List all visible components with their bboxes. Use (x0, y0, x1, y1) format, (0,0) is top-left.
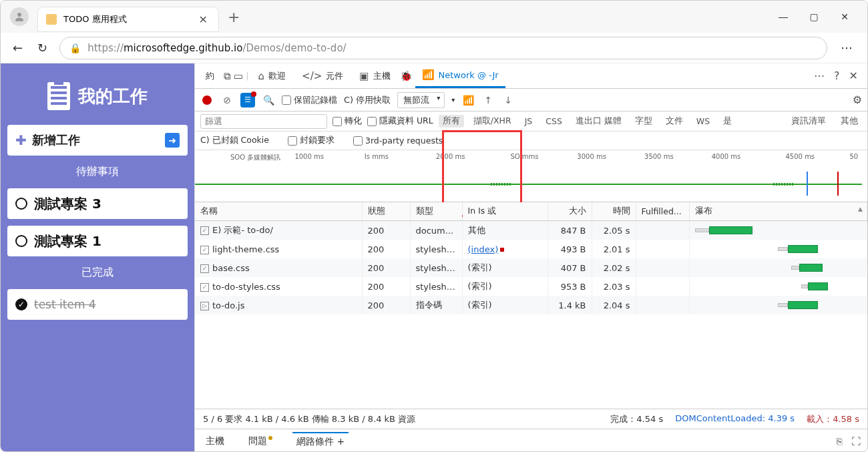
filter-input[interactable] (200, 114, 327, 129)
filter-bar: 轉化 隱藏資料 URL 所有 擷取/XHR JS CSS 進出口 媒體 字型 文… (195, 111, 867, 132)
todo-item[interactable]: 測試專案 3 (7, 188, 188, 219)
filter-font[interactable]: 字型 (631, 116, 656, 127)
network-table[interactable]: 名稱 狀態 類型 In Is 或 大小 時間 Fulfilled... 瀑布 ✓… (195, 202, 867, 409)
tab-about[interactable]: 約 (199, 63, 221, 88)
status-finish: 完成：4.54 s (610, 413, 663, 425)
window-minimize-icon[interactable]: ― (775, 11, 791, 22)
add-task-input[interactable]: ✚ 新增工作 ➜ (7, 125, 188, 156)
checkbox-icon[interactable] (15, 235, 27, 247)
tab-favicon (46, 14, 57, 25)
load-marker (837, 172, 839, 196)
drawer-issues[interactable]: 問題 (244, 433, 276, 450)
preserve-log-checkbox[interactable]: 保留記錄檔 (282, 94, 337, 106)
col-fulfilled[interactable]: Fulfilled... (636, 202, 689, 221)
filter-css[interactable]: CSS (541, 116, 566, 126)
network-timeline[interactable]: SOO 多媒體解訊 1000 ms Is mms 2000 ms SO mms … (195, 150, 867, 202)
drawer-host[interactable]: 主機 (202, 433, 228, 450)
invert-checkbox[interactable]: 轉化 (333, 116, 362, 127)
device-icon[interactable]: ▭ (234, 70, 243, 82)
url-input[interactable]: 🔒 https://microsoftedge.github.io/Demos/… (59, 37, 827, 59)
profile-avatar[interactable] (10, 7, 29, 26)
filter-manifest[interactable]: 資訊清單 (787, 116, 830, 127)
url-text: https://microsoftedge.github.io/Demos/de… (87, 42, 346, 54)
done-header: 已完成 (7, 263, 188, 282)
network-toolbar: ⊘ ☰ 🔍 保留記錄檔 C) 停用快取 無節流 ▾ 📶 ↑ ↓ ⚙ (195, 89, 867, 111)
third-party-checkbox[interactable]: 3rd-party requests (353, 136, 443, 146)
done-item[interactable]: ✓ test item 4 (7, 289, 188, 320)
tab-close-icon[interactable]: ✕ (196, 12, 210, 27)
block-requests-checkbox[interactable]: 封鎖要求 (288, 135, 335, 146)
drawer-dock-icon[interactable]: ⎘ (837, 436, 842, 447)
submit-task-button[interactable]: ➜ (165, 133, 180, 148)
tab-network[interactable]: 📶Network @ -Jr (415, 63, 505, 88)
drawer-expand-icon[interactable]: ⛶ (851, 436, 861, 447)
download-icon[interactable]: ↓ (501, 93, 515, 107)
table-row[interactable]: ✓light-theme.css 200 styleshe... (index)… (195, 240, 867, 258)
tab-elements[interactable]: </>元件 (295, 63, 350, 88)
todo-app: 我的工作 ✚ 新增工作 ➜ 待辦事項 測試專案 3 測試專案 1 已完成 ✓ t… (1, 63, 194, 452)
todo-item[interactable]: 測試專案 1 (7, 226, 188, 256)
settings-icon[interactable]: ⚙ (853, 93, 862, 106)
browser-tab[interactable]: TODO 應用程式 ✕ (38, 7, 218, 31)
filter-js[interactable]: JS (521, 116, 537, 126)
browser-menu-icon[interactable]: ⋯ (837, 41, 858, 55)
bug-icon[interactable]: 🐞 (400, 70, 413, 82)
home-icon: ⌂ (258, 70, 265, 82)
more-tabs-icon[interactable]: ⋯ (814, 69, 825, 82)
filter-img[interactable]: 進出口 媒體 (572, 116, 626, 127)
filter-doc[interactable]: 文件 (662, 116, 687, 127)
inspect-icon[interactable]: ⧉ (224, 70, 231, 82)
window-maximize-icon[interactable]: ▢ (806, 11, 822, 22)
drawer-network-conditions[interactable]: 網路條件 + (292, 432, 349, 451)
network-status-bar: 5 / 6 要求 4.1 kB / 4.6 kB 傳輸 8.3 kB / 8.4… (195, 409, 867, 429)
search-icon[interactable]: 🔍 (262, 93, 275, 107)
wifi-conditions-icon[interactable]: 📶 (461, 93, 475, 107)
filter-wasm[interactable]: 是 (719, 116, 736, 127)
status-load: 載入：4.58 s (807, 413, 859, 425)
help-icon[interactable]: ? (834, 69, 840, 82)
col-type[interactable]: 類型 (410, 202, 462, 221)
status-summary: 5 / 6 要求 4.1 kB / 4.6 kB 傳輸 8.3 kB / 8.4… (203, 413, 415, 425)
checked-icon[interactable]: ✓ (15, 298, 27, 310)
disable-cache-label[interactable]: C) 停用快取 (344, 94, 391, 106)
dcl-marker (807, 172, 808, 196)
table-row[interactable]: ✓E) 示範- to-do/ 200 docum... 其他 847 B 2.0… (195, 221, 867, 240)
checkbox-icon[interactable] (15, 198, 27, 210)
filter-other[interactable]: 其他 (837, 116, 862, 127)
back-button[interactable]: ← (10, 38, 25, 57)
col-size[interactable]: 大小 (548, 202, 592, 221)
col-waterfall[interactable]: 瀑布 (689, 202, 867, 221)
tab-welcome[interactable]: ⌂歡迎 (252, 63, 293, 88)
console-icon: ▣ (359, 70, 369, 82)
col-initiator[interactable]: In Is 或 (462, 202, 548, 221)
tab-host[interactable]: ▣主機 (353, 63, 397, 88)
table-row[interactable]: ✓to-do-styles.css 200 styleshe... (索引) 9… (195, 277, 867, 296)
add-task-label: 新增工作 (32, 132, 80, 148)
blocked-cookies[interactable]: C) 已封鎖 Cookie (200, 135, 269, 146)
hide-data-urls-checkbox[interactable]: 隱藏資料 URL (367, 116, 433, 127)
col-name[interactable]: 名稱 (195, 202, 362, 221)
close-devtools-icon[interactable]: ✕ (849, 69, 858, 82)
timeline-bar (195, 184, 862, 185)
filter-fetch[interactable]: 擷取/XHR (469, 116, 515, 127)
window-close-icon[interactable]: ✕ (837, 11, 853, 22)
pending-header: 待辦事項 (7, 162, 188, 182)
new-tab-button[interactable]: + (218, 9, 249, 25)
status-dcl: DOMContentLoaded: 4.39 s (675, 413, 795, 425)
col-status[interactable]: 狀態 (362, 202, 410, 221)
lock-icon: 🔒 (69, 43, 81, 53)
upload-icon[interactable]: ↑ (481, 93, 495, 107)
code-icon: </> (302, 70, 322, 82)
table-row[interactable]: ▷to-do.js 200 指令碼 (索引) 1.4 kB 2.04 s (195, 296, 867, 314)
cookie-filter-row: C) 已封鎖 Cookie 封鎖要求 3rd-party requests (195, 132, 867, 150)
clear-button[interactable]: ⊘ (220, 93, 234, 107)
refresh-button[interactable]: ↻ (35, 38, 50, 57)
filter-toggle[interactable]: ☰ (240, 93, 255, 107)
record-button[interactable] (200, 93, 214, 107)
filter-all[interactable]: 所有 (439, 115, 464, 128)
col-time[interactable]: 時間 (592, 202, 636, 221)
table-row[interactable]: ✓base.css 200 styleshe... (索引) 407 B 2.0… (195, 258, 867, 277)
throttle-select[interactable]: 無節流 (397, 92, 445, 108)
filter-ws[interactable]: WS (692, 116, 714, 126)
devtools-drawer: 主機 問題 網路條件 + ⎘ ⛶ (195, 429, 867, 452)
